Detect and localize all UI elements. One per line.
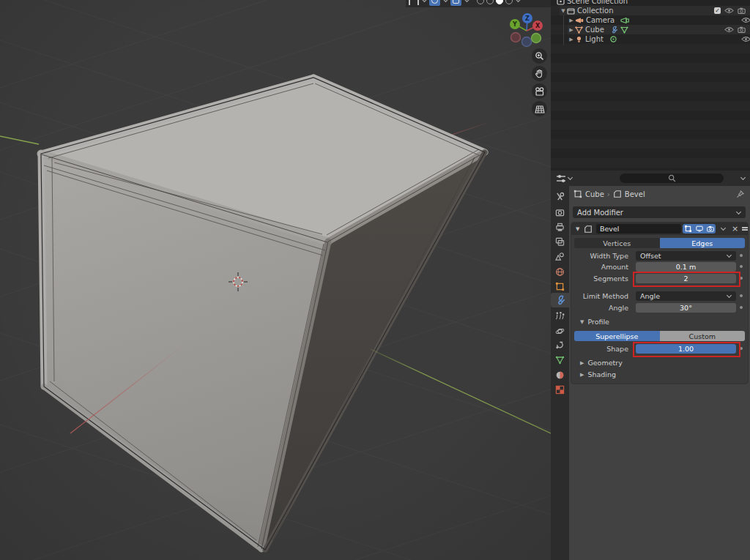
width-type-dropdown[interactable]: Offset	[636, 251, 736, 261]
modifiers-wrench-icon	[555, 295, 565, 305]
display-in-editmode-toggle[interactable]	[683, 224, 694, 234]
outliner-row-camera[interactable]: ▶ Camera	[568, 15, 750, 25]
tab-object-data[interactable]	[551, 353, 569, 367]
viewport-tools	[532, 48, 547, 116]
gizmo-z-label: Z	[525, 15, 530, 22]
gizmo-neg-z-axis[interactable]	[522, 37, 532, 47]
hide-eye-icon[interactable]	[741, 17, 750, 23]
segments-field[interactable]: 2	[636, 274, 736, 283]
snap-dropdown-icon[interactable]	[421, 0, 427, 4]
modifier-menu-icon[interactable]	[742, 227, 748, 228]
angle-field[interactable]: 30°	[636, 303, 736, 313]
mesh-data-badge-icon	[620, 26, 628, 34]
collection-checkbox[interactable]: ✓	[714, 7, 721, 14]
object-icon	[555, 282, 565, 291]
animate-dot[interactable]	[740, 306, 743, 309]
outliner-label: Camera	[586, 16, 615, 24]
shading-solid-icon[interactable]	[486, 0, 494, 4]
tab-view-layer[interactable]	[551, 234, 569, 249]
shading-section-header[interactable]: ▶Shading	[580, 370, 616, 378]
add-modifier-dropdown[interactable]: Add Modifier	[573, 206, 746, 218]
display-render-toggle[interactable]	[705, 224, 716, 234]
shape-label: Shape	[571, 345, 628, 353]
properties-search-input[interactable]	[620, 173, 724, 183]
profile-custom-button[interactable]: Custom	[660, 331, 746, 341]
modifier-name-field[interactable]: Bevel	[596, 224, 681, 234]
outliner-row-cube[interactable]: ▶ Cube	[568, 25, 750, 34]
limit-method-dropdown[interactable]: Angle	[636, 291, 736, 301]
outliner-row-scene-collection[interactable]: Scene Collection	[557, 0, 750, 6]
modifier-extras-chevron-icon[interactable]	[720, 226, 726, 232]
constraints-icon	[555, 341, 565, 351]
panel-expand-arrow-icon[interactable]: ▼	[576, 226, 579, 232]
hide-eye-icon[interactable]	[724, 26, 734, 33]
expand-arrow-icon[interactable]: ▶	[568, 18, 575, 23]
animate-dot[interactable]	[740, 277, 743, 280]
geometry-section-header[interactable]: ▶Geometry	[580, 359, 623, 367]
outliner-row-light[interactable]: ▶ Light	[568, 34, 750, 44]
shading-dropdown-icon[interactable]	[515, 0, 521, 4]
tab-object[interactable]	[551, 279, 569, 294]
camera-object-icon	[575, 17, 584, 24]
shading-rendered-icon[interactable]	[505, 0, 513, 4]
expand-arrow-icon[interactable]: ▼	[560, 8, 567, 14]
display-realtime-toggle[interactable]	[694, 224, 705, 234]
pan-button[interactable]	[532, 66, 547, 81]
profile-section-header[interactable]: ▼Profile	[580, 318, 609, 326]
hide-eye-icon[interactable]	[741, 36, 750, 42]
snap-magnet-icon[interactable]	[409, 0, 419, 5]
tab-material[interactable]	[551, 367, 569, 382]
disable-render-camera-icon[interactable]	[738, 7, 746, 14]
animate-dot[interactable]	[740, 347, 743, 350]
tab-particles[interactable]	[551, 308, 569, 323]
editor-type-icon[interactable]	[555, 173, 567, 184]
outliner-row-collection[interactable]: ▼ Collection ✓	[560, 6, 750, 15]
breadcrumb-object[interactable]: Cube	[585, 190, 604, 198]
editor-type-dropdown-icon[interactable]	[567, 176, 573, 182]
tab-scene[interactable]	[551, 249, 569, 264]
tab-modifiers[interactable]	[551, 293, 569, 307]
amount-field[interactable]: 0.1 m	[636, 262, 736, 272]
disable-render-camera-icon[interactable]	[738, 26, 746, 33]
expand-arrow-icon[interactable]: ▶	[568, 27, 575, 33]
animate-dot[interactable]	[740, 254, 743, 257]
hierarchy-line	[563, 15, 564, 45]
tab-physics[interactable]	[551, 324, 569, 338]
expand-arrow-icon[interactable]: ▶	[568, 37, 575, 42]
toggle-orthographic-button[interactable]	[532, 101, 547, 116]
hide-eye-icon[interactable]	[724, 7, 734, 14]
shape-slider[interactable]: 1.00	[636, 344, 736, 354]
shading-wireframe-icon[interactable]	[477, 0, 484, 4]
viewport-canvas[interactable]	[0, 0, 551, 560]
affect-vertices-button[interactable]: Vertices	[574, 238, 660, 248]
gizmo-neg-y-axis[interactable]	[532, 34, 541, 43]
proportional-dropdown-icon[interactable]	[442, 0, 448, 4]
profile-superellipse-button[interactable]: Superellipse	[574, 331, 660, 341]
tab-render[interactable]	[551, 205, 569, 220]
pin-icon[interactable]	[736, 190, 744, 198]
proportional-editing-button[interactable]	[429, 0, 440, 6]
affect-edges-button[interactable]: Edges	[660, 238, 746, 248]
tab-output[interactable]	[551, 220, 569, 234]
tab-texture[interactable]	[551, 382, 569, 397]
header-options-dropdown-icon[interactable]	[740, 176, 746, 182]
animate-dot[interactable]	[740, 265, 743, 268]
animate-dot[interactable]	[740, 294, 743, 297]
breadcrumb-modifier[interactable]: Bevel	[625, 190, 645, 198]
modifier-header[interactable]: ▼ Bevel	[571, 223, 748, 235]
pivot-point-button[interactable]	[450, 0, 461, 6]
3d-viewport[interactable]: Z Y X	[0, 0, 551, 560]
gizmo-neg-x-axis[interactable]	[511, 33, 521, 42]
shading-material-icon[interactable]	[496, 0, 503, 4]
modifier-wrench-badge-icon	[610, 26, 618, 34]
outliner-panel: Scene Collection ▼ Collection ✓ ▶	[551, 0, 750, 171]
navigation-gizmo[interactable]: Z Y X	[506, 9, 547, 50]
tab-world[interactable]	[551, 264, 569, 279]
tab-tool[interactable]	[551, 189, 569, 204]
light-object-icon	[575, 35, 583, 43]
tab-constraints[interactable]	[551, 338, 569, 353]
pivot-dropdown-icon[interactable]	[464, 0, 469, 4]
camera-view-button[interactable]	[532, 83, 547, 99]
delete-modifier-button[interactable]: ×	[732, 223, 738, 234]
zoom-button[interactable]	[532, 48, 547, 64]
